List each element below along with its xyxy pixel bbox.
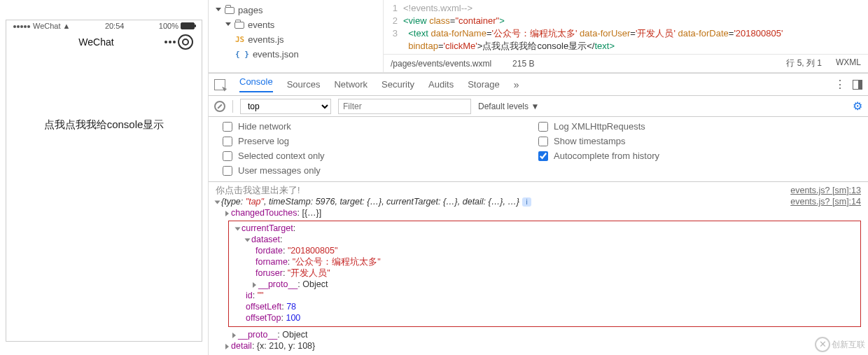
highlighted-object: currentTarget: dataset: fordate: "201800… [228, 221, 861, 327]
code-editor[interactable]: 1 2 3 <!events.wxml--> <view class="cont… [384, 0, 868, 73]
sim-navbar: WeChat [6, 32, 202, 55]
dock-side-icon[interactable] [853, 80, 862, 90]
menu-dots-icon[interactable] [162, 34, 178, 50]
chevron-down-icon [216, 8, 221, 13]
tab-console[interactable]: Console [239, 76, 273, 92]
settings-gear-icon[interactable]: ⚙ [853, 99, 862, 113]
code-body[interactable]: <!events.wxml--> <view class="container"… [403, 0, 868, 54]
console-output[interactable]: 你点击我这里出来了!events.js? [sm]:13 {type: "tap… [209, 182, 868, 355]
battery-percent: 100% [159, 22, 178, 30]
opt-selected-context[interactable]: Selected context only [223, 151, 538, 161]
info-icon[interactable]: i [522, 197, 531, 207]
battery-icon [181, 22, 195, 29]
tab-storage[interactable]: Storage [468, 79, 500, 90]
kebab-menu-icon[interactable]: ⋮ [834, 78, 846, 91]
js-file-icon: JS [235, 35, 244, 44]
file-lang: WXML [836, 57, 861, 69]
file-tree: pages events JS events.js { } events.jso… [209, 0, 384, 73]
context-select[interactable]: top [240, 99, 331, 114]
clock-label: 20:54 [105, 22, 125, 30]
more-tabs-icon[interactable]: » [514, 79, 519, 90]
tree-item-events-js[interactable]: JS events.js [209, 32, 383, 47]
inspect-icon[interactable] [214, 79, 225, 90]
status-bar: WeChat ▲ 20:54 100% [6, 20, 202, 32]
close-target-icon[interactable] [178, 34, 193, 50]
clear-console-icon[interactable] [214, 101, 225, 112]
watermark: ✕创新互联 [815, 337, 865, 352]
tree-item-events-folder[interactable]: events [209, 18, 383, 32]
wifi-icon: ▲ [63, 22, 71, 30]
nav-title: WeChat [30, 36, 162, 48]
carrier-label: WeChat [33, 22, 61, 30]
file-path: /pages/events/events.wxml [391, 59, 491, 69]
levels-select[interactable]: Default levels ▼ [478, 102, 539, 111]
opt-user-messages[interactable]: User messages only [223, 165, 538, 176]
tab-audits[interactable]: Audits [428, 79, 454, 90]
console-options: Hide network Preserve log Selected conte… [209, 117, 868, 182]
opt-log-xhr[interactable]: Log XMLHttpRequests [538, 121, 854, 132]
tree-item-pages[interactable]: pages [209, 3, 383, 18]
cursor-pos: 行 5, 列 1 [786, 57, 822, 69]
signal-icon [13, 22, 31, 30]
editor-status-bar: /pages/events/events.wxml 215 B 行 5, 列 1… [384, 54, 868, 72]
source-link[interactable]: events.js? [sm]:13 [790, 186, 861, 195]
filter-input[interactable] [338, 99, 471, 114]
tab-sources[interactable]: Sources [287, 79, 321, 90]
devtools-panel: Console Sources Network Security Audits … [209, 73, 868, 355]
sim-page-body[interactable]: 点我点我我给console显示 [6, 55, 202, 132]
tab-security[interactable]: Security [382, 79, 414, 90]
opt-show-ts[interactable]: Show timestamps [538, 136, 854, 146]
opt-autocomplete[interactable]: Autocomplete from history [538, 151, 854, 161]
tab-network[interactable]: Network [334, 79, 368, 90]
opt-hide-network[interactable]: Hide network [223, 121, 538, 132]
opt-preserve-log[interactable]: Preserve log [223, 136, 538, 146]
folder-icon [234, 22, 244, 29]
chevron-down-icon [225, 22, 231, 28]
simulator-panel: WeChat ▲ 20:54 100% WeChat 点我点我我给console… [0, 0, 209, 355]
file-size: 215 B [512, 59, 534, 69]
console-toolbar: top Default levels ▼ ⚙ [209, 96, 868, 117]
tree-item-events-json[interactable]: { } events.json [209, 47, 383, 62]
json-file-icon: { } [235, 50, 249, 59]
devtools-tabs: Console Sources Network Security Audits … [209, 74, 868, 96]
line-gutter: 1 2 3 [384, 0, 403, 54]
folder-icon [225, 7, 234, 14]
source-link[interactable]: events.js? [sm]:14 [790, 197, 861, 207]
simulator-frame: WeChat ▲ 20:54 100% WeChat 点我点我我给console… [6, 20, 202, 342]
